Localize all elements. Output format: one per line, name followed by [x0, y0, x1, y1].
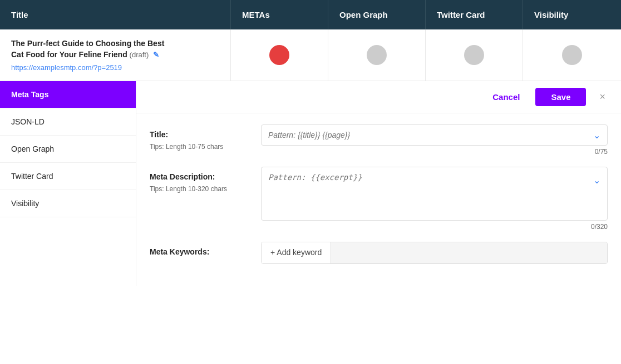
post-title-cell: The Purr-fect Guide to Choosing the Best…: [0, 29, 231, 81]
visibility-cell: [523, 29, 620, 81]
keywords-label-col: Meta Keywords:: [150, 242, 250, 256]
title-field-wrapper: ⌄: [261, 124, 608, 146]
keywords-label: Meta Keywords:: [150, 242, 250, 256]
title-char-count: 0/75: [261, 148, 608, 156]
description-char-count: 0/320: [261, 223, 608, 231]
edit-panel: Meta Tags JSON-LD Open Graph Twitter Car…: [0, 81, 621, 286]
keywords-field: + Add keyword: [261, 242, 608, 264]
description-label: Meta Description:: [150, 167, 250, 181]
cancel-button[interactable]: Cancel: [484, 88, 529, 106]
header-opengraph: Open Graph: [328, 0, 426, 29]
title-label-col: Title: Tips: Length 10-75 chars: [150, 124, 250, 152]
header-title: Title: [0, 0, 231, 29]
table-header: Title METAs Open Graph Twitter Card Visi…: [0, 0, 621, 29]
description-field-col: ⌄ 0/320: [261, 167, 608, 231]
twittercard-cell: [426, 29, 523, 81]
description-row: Meta Description: Tips: Length 10-320 ch…: [150, 167, 608, 231]
sidebar-item-json-ld[interactable]: JSON-LD: [0, 108, 136, 136]
title-tips: Tips: Length 10-75 chars: [150, 142, 250, 152]
add-keyword-button[interactable]: + Add keyword: [262, 242, 331, 263]
title-field-col: ⌄ 0/75: [261, 124, 608, 156]
panel-toolbar: Cancel Save ×: [136, 81, 621, 113]
metas-cell: [231, 29, 328, 81]
save-button[interactable]: Save: [535, 88, 586, 106]
keywords-row: Meta Keywords: + Add keyword: [150, 242, 608, 264]
sidebar-item-open-graph[interactable]: Open Graph: [0, 136, 136, 163]
opengraph-cell: [328, 29, 426, 81]
description-tips: Tips: Length 10-320 chars: [150, 185, 250, 194]
description-field-wrapper: ⌄: [261, 167, 608, 221]
sidebar-item-meta-tags[interactable]: Meta Tags: [0, 81, 136, 108]
keywords-tags: [331, 242, 607, 263]
description-textarea[interactable]: [262, 167, 607, 218]
title-label: Title:: [150, 124, 250, 139]
table-row: The Purr-fect Guide to Choosing the Best…: [0, 29, 621, 81]
main-panel: Cancel Save × Title: Tips: Length 10-75 …: [136, 81, 621, 286]
edit-icon[interactable]: ✎: [153, 51, 159, 59]
sidebar-item-visibility[interactable]: Visibility: [0, 190, 136, 217]
sidebar: Meta Tags JSON-LD Open Graph Twitter Car…: [0, 81, 136, 286]
draft-label: (draft): [130, 51, 149, 59]
header-visibility: Visibility: [523, 0, 620, 29]
post-link[interactable]: https://examplesmtp.com/?p=2519: [11, 63, 122, 72]
close-button[interactable]: ×: [595, 89, 610, 105]
opengraph-status-dot: [367, 45, 387, 65]
post-title: The Purr-fect Guide to Choosing the Best…: [11, 38, 164, 60]
header-twittercard: Twitter Card: [426, 0, 523, 29]
keywords-field-col: + Add keyword: [261, 242, 608, 264]
visibility-status-dot: [562, 45, 582, 65]
sidebar-item-twitter-card[interactable]: Twitter Card: [0, 163, 136, 190]
description-label-col: Meta Description: Tips: Length 10-320 ch…: [150, 167, 250, 194]
title-row: Title: Tips: Length 10-75 chars ⌄ 0/75: [150, 124, 608, 156]
title-input[interactable]: [262, 125, 607, 145]
form-content: Title: Tips: Length 10-75 chars ⌄ 0/75 M…: [136, 113, 621, 286]
twittercard-status-dot: [464, 45, 484, 65]
header-metas: METAs: [231, 0, 328, 29]
metas-status-dot: [269, 45, 289, 65]
